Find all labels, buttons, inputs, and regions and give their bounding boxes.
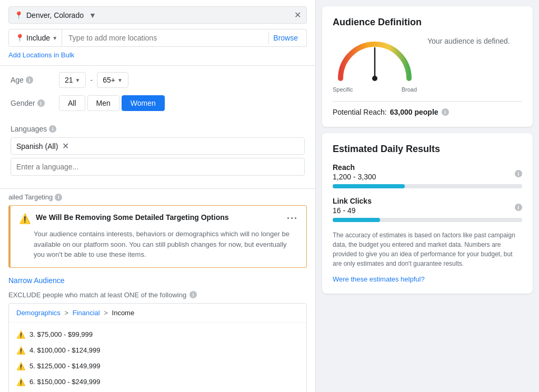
gender-women-button[interactable]: Women — [122, 95, 165, 111]
list-item: ⚠️ 5. $125,000 - $149,999 — [9, 358, 306, 374]
warn-icon-2: ⚠️ — [16, 346, 25, 355]
gauge-svg — [333, 36, 417, 84]
reach-label: Reach — [333, 163, 376, 172]
language-tag: Spanish (All) — [16, 142, 58, 150]
reach-bar-track — [333, 184, 522, 188]
potential-reach-value: 63,000 people — [390, 108, 438, 116]
age-select: 21 ▼ - 65+ ▼ — [59, 72, 128, 88]
specific-label: Specific — [333, 86, 353, 93]
link-clicks-bar-fill — [333, 218, 380, 222]
link-clicks-result: Link Clicks 16 - 49 i — [333, 197, 522, 222]
reach-result: Reach 1,200 - 3,300 i — [333, 163, 522, 188]
audience-defined-text: Your audience is defined. — [427, 36, 510, 47]
potential-reach-label: Potential Reach: — [333, 108, 387, 116]
warning-text: Your audience contains interests, behavi… — [19, 229, 298, 260]
gauge-wrapper: Specific Broad — [333, 36, 417, 93]
scroll-close-button[interactable]: ✕ — [294, 10, 301, 20]
reach-range: 1,200 - 3,300 — [333, 173, 376, 181]
city-label: Denver, Colorado — [26, 11, 84, 19]
age-min-dropdown[interactable]: 21 ▼ — [59, 72, 86, 88]
breadcrumb-income: Income — [112, 309, 135, 317]
warning-icon: ⚠️ — [19, 213, 31, 225]
warning-box: ⚠️ We Will Be Removing Some Detailed Tar… — [8, 205, 307, 268]
gauge-container: Specific Broad Your audience is defined. — [333, 36, 522, 93]
include-arrow-icon: ▼ — [52, 35, 57, 41]
exclude-info-icon[interactable]: i — [189, 291, 197, 298]
warning-menu-button[interactable]: ··· — [287, 213, 298, 224]
list-item: ⚠️ 3. $75,000 - $99,999 — [9, 327, 306, 343]
include-label: Include — [26, 34, 50, 42]
detailed-targeting-label: ailed Targeting i — [0, 193, 315, 205]
language-input[interactable] — [11, 158, 305, 176]
link-clicks-bar-track — [333, 218, 522, 222]
include-dropdown[interactable]: 📍 Include ▼ — [13, 29, 62, 46]
exclude-box: Demographics > Financial > Income ⚠️ 3. … — [8, 303, 307, 393]
warn-icon-1: ⚠️ — [16, 330, 25, 339]
gender-info-icon[interactable]: i — [37, 99, 45, 107]
languages-section: Languages i Spanish (All) ✕ — [0, 125, 315, 184]
browse-button[interactable]: Browse — [268, 32, 302, 44]
broad-label: Broad — [402, 86, 417, 93]
reach-result-info-icon[interactable]: i — [515, 170, 522, 177]
age-row: Age i 21 ▼ - 65+ ▼ — [11, 72, 305, 88]
language-remove-button[interactable]: ✕ — [62, 141, 69, 151]
warning-header: ⚠️ We Will Be Removing Some Detailed Tar… — [19, 213, 298, 225]
left-panel: 📍 Denver, Colorado ▼ ✕ 📍 Include ▼ Brows… — [0, 0, 316, 392]
exclude-item-2: 4. $100,000 - $124,999 — [29, 346, 100, 354]
reach-info-icon[interactable]: i — [442, 108, 449, 116]
svg-point-1 — [372, 76, 377, 81]
detailed-targeting-info-icon[interactable]: i — [55, 194, 62, 201]
link-clicks-range: 16 - 49 — [333, 206, 372, 215]
reach-bar-fill — [333, 184, 405, 188]
location-section: 📍 Denver, Colorado ▼ ✕ 📍 Include ▼ Brows… — [0, 0, 315, 66]
exclude-item-3: 5. $125,000 - $149,999 — [29, 362, 100, 370]
audience-definition-title: Audience Definition — [333, 17, 522, 28]
audience-definition-card: Audience Definition — [322, 6, 533, 127]
pin-icon: 📍 — [14, 11, 23, 19]
breadcrumb-sep2: > — [104, 309, 109, 317]
link-clicks-info-icon[interactable]: i — [515, 204, 522, 211]
right-panel: Audience Definition — [316, 0, 539, 392]
exclude-breadcrumb: Demographics > Financial > Income — [9, 304, 306, 323]
gender-label: Gender i — [11, 99, 53, 107]
gender-men-button[interactable]: Men — [87, 95, 119, 111]
narrow-audience-link[interactable]: Narrow Audience — [0, 276, 315, 285]
gender-buttons: All Men Women — [59, 95, 165, 111]
dropdown-arrow-icon: ▼ — [89, 11, 96, 19]
language-value: Spanish (All) — [16, 142, 58, 150]
include-pin-icon: 📍 — [15, 34, 24, 42]
language-tag-box: Spanish (All) ✕ — [11, 137, 305, 155]
gender-row: Gender i All Men Women — [11, 95, 305, 111]
breadcrumb-financial[interactable]: Financial — [73, 309, 100, 317]
potential-reach: Potential Reach: 63,000 people i — [333, 101, 522, 116]
age-info-icon[interactable]: i — [26, 76, 33, 84]
form-section: Age i 21 ▼ - 65+ ▼ Gender i — [0, 66, 315, 125]
list-item: ⚠️ 6. $150,000 - $249,999 — [9, 374, 306, 390]
languages-label: Languages i — [11, 125, 305, 133]
include-row: 📍 Include ▼ Browse — [8, 29, 307, 47]
location-tag: 📍 Denver, Colorado ▼ ✕ — [8, 6, 307, 24]
estimated-daily-results-card: Estimated Daily Results Reach 1,200 - 3,… — [322, 133, 533, 294]
helpful-link[interactable]: Were these estimates helpful? — [333, 275, 425, 283]
exclude-item-4: 6. $150,000 - $249,999 — [29, 378, 100, 386]
bulk-locations-link[interactable]: Add Locations in Bulk — [8, 51, 307, 59]
age-label: Age i — [11, 76, 53, 84]
location-input[interactable] — [66, 29, 264, 46]
warn-icon-3: ⚠️ — [16, 362, 25, 370]
exclude-list: ⚠️ 3. $75,000 - $99,999 ⚠️ 4. $100,000 -… — [9, 323, 306, 393]
disclaimer-text: The accuracy of estimates is based on fa… — [333, 230, 522, 268]
breadcrumb-sep1: > — [64, 309, 70, 317]
languages-info-icon[interactable]: i — [49, 125, 56, 133]
breadcrumb-demographics[interactable]: Demographics — [16, 309, 61, 317]
list-item: ⚠️ 7. $250,000 - $349,999 — [9, 390, 306, 393]
age-min-arrow-icon: ▼ — [75, 77, 81, 83]
exclude-item-1: 3. $75,000 - $99,999 — [29, 330, 93, 338]
gauge-labels: Specific Broad — [333, 86, 417, 93]
age-max-dropdown[interactable]: 65+ ▼ — [97, 72, 128, 88]
link-clicks-label: Link Clicks — [333, 197, 372, 205]
warning-title: We Will Be Removing Some Detailed Target… — [36, 213, 282, 222]
warn-icon-4: ⚠️ — [16, 378, 25, 386]
age-dash: - — [90, 76, 93, 84]
gender-all-button[interactable]: All — [59, 95, 85, 111]
age-max-arrow-icon: ▼ — [117, 77, 123, 83]
